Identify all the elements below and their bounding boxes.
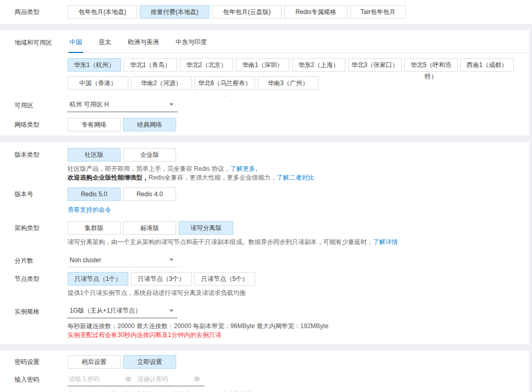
region-hongkong[interactable]: 中国（香港） <box>68 76 128 90</box>
section-region: 地域和可用区 中国 亚太 欧洲与美洲 中东与印度 华东1（杭州） 华北1（青岛）… <box>0 30 529 136</box>
shards-select[interactable]: Non cluster <box>68 254 178 267</box>
network-type-group: 专有网络 经典网络 <box>68 118 176 131</box>
product-type-option-prepaid-local[interactable]: 包年包月(本地盘) <box>68 5 137 19</box>
version-enterprise[interactable]: 企业版 <box>123 148 176 161</box>
eye-icon[interactable] <box>192 375 205 384</box>
chevron-down-icon <box>169 103 174 106</box>
password-confirm-input[interactable] <box>136 375 192 384</box>
section-product-type: 商品类型 包年包月(本地盘) 按量付费(本地盘) 包年包月(云盘版) Redis… <box>0 0 532 24</box>
tab-asia-pacific[interactable]: 亚太 <box>98 36 112 52</box>
region-hohhot[interactable]: 华北5（呼和浩特） <box>404 58 458 72</box>
password-input[interactable] <box>68 375 124 384</box>
password-input-label: 输入密码 <box>0 373 68 386</box>
password-setting-group: 稍后设置 立即设置 <box>68 355 176 369</box>
chevron-down-icon <box>169 259 174 261</box>
version-type-desc: 社区版产品，即开即用，简单上手，完全兼容 Redis 协议，了解更多。 欢迎选购… <box>68 165 529 182</box>
section-password: 密码设置 稍后设置 立即设置 输入密码 <box>0 350 529 392</box>
region-qingdao[interactable]: 华北1（青岛） <box>124 58 177 72</box>
password-set-now[interactable]: 立即设置 <box>123 355 176 369</box>
product-type-label: 商品类型 <box>0 5 68 19</box>
product-type-option-prepaid-cloud[interactable]: 包年包月(云盘版) <box>212 5 282 19</box>
compare-link[interactable]: 了解二者对比 <box>277 174 314 181</box>
product-type-option-tair[interactable]: Tair包年包月 <box>350 5 406 19</box>
product-type-option-redis-dedicated[interactable]: Redis专属规格 <box>284 5 348 19</box>
node-readonly-1[interactable]: 只读节点（1个） <box>68 272 128 286</box>
version-type-label: 版本类型 <box>0 148 68 161</box>
supported-commands-link[interactable]: 查看支持的命令 <box>68 206 111 213</box>
tab-europe-americas[interactable]: 欧洲与美洲 <box>127 36 160 52</box>
spec-warning: 实例变配过程会有30秒内连接闪断及1分钟内的实例只读 <box>68 331 529 339</box>
clipped-text-dot: . <box>223 92 225 98</box>
spec-label: 实例规格 <box>0 305 68 318</box>
architecture-desc: 读写分离架构，由一个主从架构的读写节点和若干只读副本组成。数据异步同步到只读副本… <box>68 238 529 247</box>
tab-middle-east-india[interactable]: 中东与印度 <box>175 36 208 52</box>
product-type-group: 包年包月(本地盘) 按量付费(本地盘) 包年包月(云盘版) Redis专属规格 … <box>68 5 532 19</box>
password-confirm-wrap <box>136 373 205 386</box>
region-row-2: 中国（香港） 华南2（河源） 华北6（乌兰察布） 华南3（广州） . <box>68 76 529 90</box>
region-shenzhen[interactable]: 华南1（深圳） <box>236 58 289 72</box>
zone-select-value: 杭州 可用区 H <box>70 100 109 109</box>
network-classic[interactable]: 经典网络 <box>123 118 176 131</box>
password-set-later[interactable]: 稍后设置 <box>68 355 121 369</box>
shards-label: 分片数 <box>0 254 68 267</box>
tab-china[interactable]: 中国 <box>69 36 83 53</box>
region-chengdu[interactable]: 西南1（成都） <box>460 58 514 72</box>
arch-standard[interactable]: 标准版 <box>123 221 176 235</box>
zone-select[interactable]: 杭州 可用区 H <box>68 99 178 112</box>
node-type-label: 节点类型 <box>0 272 68 286</box>
node-type-group: 只读节点（1个） 只读节点（3个） 只读节点（5个） <box>68 272 529 286</box>
node-type-desc: 提供1个只读实例节点，系统自动进行读写分离及读请求负载均衡 <box>68 289 529 298</box>
version-no-label: 版本号 <box>0 187 68 201</box>
version-redis-40[interactable]: Redis 4.0 <box>123 187 176 201</box>
region-ulanqab[interactable]: 华北6（乌兰察布） <box>194 76 255 90</box>
spec-select-value: 1G版（主从+1只读节点） <box>70 306 141 315</box>
network-type-label: 网络类型 <box>0 118 68 131</box>
node-readonly-3[interactable]: 只读节点（3个） <box>131 272 192 286</box>
product-type-option-paygo-local[interactable]: 按量付费(本地盘) <box>140 5 209 19</box>
spec-select[interactable]: 1G版（主从+1只读节点） <box>68 305 178 318</box>
architecture-label: 架构类型 <box>0 221 68 235</box>
region-shanghai[interactable]: 华东2（上海） <box>292 58 345 72</box>
region-label: 地域和可用区 <box>0 36 68 49</box>
eye-icon[interactable] <box>124 375 136 384</box>
section-version: 版本类型 社区版 企业版 社区版产品，即开即用，简单上手，完全兼容 Redis … <box>0 142 529 344</box>
arch-details-link[interactable]: 了解详情 <box>373 238 398 246</box>
version-no-group: Redis 5.0 Redis 4.0 <box>68 187 529 201</box>
password-field-wrap <box>68 373 136 386</box>
region-hangzhou[interactable]: 华东1（杭州） <box>68 58 121 72</box>
region-tab-bar: 中国 亚太 欧洲与美洲 中东与印度 <box>68 36 529 53</box>
version-type-group: 社区版 企业版 <box>68 148 529 161</box>
node-readonly-5[interactable]: 只读节点（5个） <box>194 272 255 286</box>
learn-more-link[interactable]: 了解更多。 <box>230 165 261 172</box>
password-inputs <box>68 373 529 386</box>
region-row-1: 华东1（杭州） 华北1（青岛） 华北2（北京） 华南1（深圳） 华东2（上海） … <box>68 58 529 72</box>
architecture-group: 集群版 标准版 读写分离版 <box>68 221 529 235</box>
version-redis-50[interactable]: Redis 5.0 <box>68 187 121 201</box>
network-vpc[interactable]: 专有网络 <box>68 118 121 131</box>
region-heyuan[interactable]: 华南2（河源） <box>131 76 192 90</box>
arch-cluster[interactable]: 集群版 <box>68 221 121 235</box>
region-guangzhou[interactable]: 华南3（广州） <box>258 76 318 90</box>
chevron-down-icon <box>169 309 174 312</box>
arch-read-write-split[interactable]: 读写分离版 <box>179 221 233 235</box>
spec-desc: 每秒新建连接数：20000 最大连接数：20000 每副本带宽：96MByte … <box>68 322 529 331</box>
shards-select-value: Non cluster <box>70 256 101 264</box>
zone-label: 可用区 <box>0 99 68 112</box>
region-beijing[interactable]: 华北2（北京） <box>180 58 233 72</box>
region-zhangjiakou[interactable]: 华北3（张家口） <box>348 58 402 72</box>
password-setting-label: 密码设置 <box>0 355 68 369</box>
version-community[interactable]: 社区版 <box>68 148 121 161</box>
